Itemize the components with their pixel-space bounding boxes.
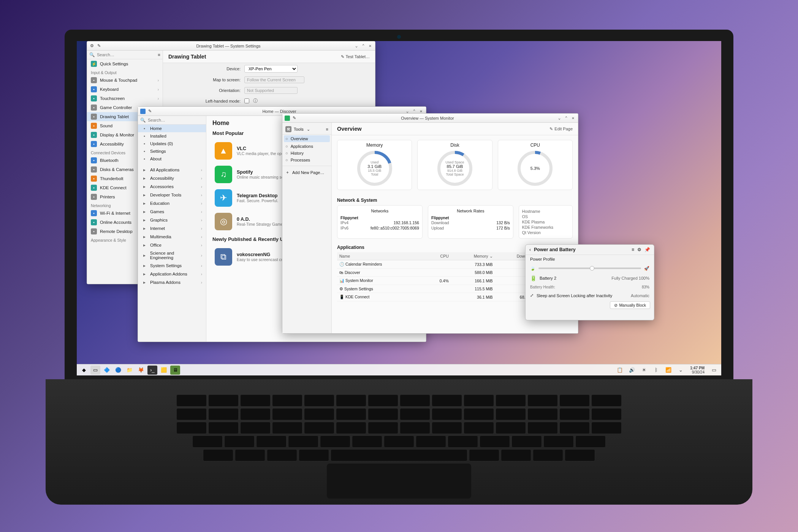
quick-settings-label: Quick Settings — [100, 62, 128, 66]
search-input[interactable] — [148, 118, 204, 122]
info-icon[interactable]: ⓘ — [253, 98, 258, 104]
monitor-nav-history[interactable]: ○History — [282, 150, 331, 157]
show-desktop-icon[interactable]: ▭ — [709, 366, 719, 375]
monitor-title: Overview — System Monitor — [298, 116, 557, 120]
tray-volume-icon[interactable]: 🔊 — [627, 366, 637, 375]
discover-sidebar: 🔍 •Home•Installed•Updates (0)•Settings•A… — [138, 116, 206, 342]
sidebar-item-mouse-touchpad[interactable]: •Mouse & Touchpad› — [87, 76, 163, 85]
category-application-addons[interactable]: ▸Application Addons› — [138, 270, 206, 278]
monitor-titlebar[interactable]: ✎ Overview — System Monitor ⌄ ⌃ ✕ — [282, 114, 578, 123]
col-cpu[interactable]: CPU — [426, 252, 451, 260]
networks-panel: Networks Flippynet IPv4192.168.1.156IPv6… — [337, 205, 423, 239]
tray-bluetooth-icon[interactable]: ᛒ — [651, 366, 661, 375]
pin-icon[interactable]: ✎ — [147, 109, 152, 114]
monitor-nav-applications[interactable]: ○Applications — [282, 143, 331, 150]
pin-icon[interactable]: 📌 — [644, 247, 650, 252]
sidebar-item-touchscreen[interactable]: •Touchscreen› — [87, 94, 163, 103]
discover-nav-installed[interactable]: •Installed — [138, 132, 206, 140]
list-icon[interactable]: ≡ — [632, 247, 634, 252]
hamburger-icon[interactable]: ≡ — [326, 127, 328, 131]
tray-clipboard-icon[interactable]: 📋 — [615, 366, 625, 375]
chevron-right-icon: › — [201, 226, 202, 231]
discover-nav-about[interactable]: •About — [138, 155, 206, 163]
category-plasma-addons[interactable]: ▸Plasma Addons› — [138, 278, 206, 287]
accessibility-icon: ▸ — [142, 176, 147, 181]
sidebar-item-label: Keyboard — [100, 87, 119, 92]
overview-heading: Overview — [337, 126, 362, 132]
accessories-icon: ▸ — [142, 184, 147, 189]
pin-icon[interactable]: ✎ — [291, 116, 297, 121]
map-select[interactable]: Follow the Current Screen — [244, 76, 304, 83]
settings-icon[interactable]: ⚙ — [637, 247, 641, 252]
category-accessibility[interactable]: ▸Accessibility› — [138, 174, 206, 182]
category-developer-tools[interactable]: ▸Developer Tools› — [138, 191, 206, 199]
cpu-gauge: CPU 5.3% — [498, 140, 573, 190]
edit-page-button[interactable]: ✎ Edit Page — [549, 127, 573, 131]
minimize-button[interactable]: ⌄ — [557, 116, 562, 121]
device-select[interactable]: XP-Pen Pen — [244, 65, 298, 73]
sidebar-item-keyboard[interactable]: •Keyboard› — [87, 85, 163, 94]
category-science-and-engineering[interactable]: ▸Science and Engineering› — [138, 249, 206, 261]
discover-nav-home[interactable]: •Home — [138, 125, 206, 132]
taskbar-app-2[interactable]: 🔵 — [113, 366, 123, 375]
kv-row: Qt Version — [522, 230, 569, 235]
system-tray: 📋 🔊 ☀ ᛒ 📶 ⌄ 1:47 PM 9/30/24 ▭ — [615, 366, 719, 375]
minimize-button[interactable]: ⌄ — [354, 43, 359, 49]
tray-brightness-icon[interactable]: ☀ — [639, 366, 649, 375]
tray-chevron-icon[interactable]: ⌄ — [676, 366, 686, 375]
discover-search[interactable]: 🔍 — [138, 116, 206, 125]
col-memory[interactable]: Memory ⌄ — [451, 252, 495, 260]
tray-network-icon[interactable]: 📶 — [663, 366, 673, 375]
settings-search[interactable]: 🔍 ≡ — [87, 51, 163, 59]
category-games[interactable]: ▸Games› — [138, 207, 206, 216]
category-accessories[interactable]: ▸Accessories› — [138, 182, 206, 191]
profile-slider[interactable] — [538, 268, 641, 269]
category-system-settings[interactable]: ▸System Settings› — [138, 261, 206, 270]
files-icon[interactable]: 📁 — [125, 366, 135, 375]
discover-nav-updates[interactable]: •Updates (0) — [138, 140, 206, 147]
taskbar-app-1[interactable]: 🔷 — [102, 366, 112, 375]
category-office[interactable]: ▸Office› — [138, 241, 206, 249]
sidebar-item-label: Wi-Fi & Internet — [100, 211, 130, 215]
trackpad — [327, 464, 471, 499]
bluetooth-icon: • — [91, 157, 97, 163]
terminal-icon[interactable]: ›_ — [147, 366, 157, 375]
close-button[interactable]: ✕ — [367, 43, 373, 49]
menu-icon[interactable]: ≡ — [158, 52, 160, 57]
settings-titlebar[interactable]: ⚙ ✎ Drawing Tablet — System Settings ⌄ ⌃… — [87, 41, 375, 51]
block-button[interactable]: ⊘ Manually Block — [610, 301, 650, 309]
add-page-button[interactable]: ＋ Add New Page… — [282, 168, 331, 176]
internet-icon: ▸ — [142, 226, 147, 231]
back-icon[interactable]: ‹ — [529, 247, 531, 252]
updates-icon: • — [142, 141, 147, 146]
tools-menu[interactable]: 🛠 Tools ⌄ ≡ — [282, 124, 331, 135]
monitor-nav-processes[interactable]: ○Processes — [282, 157, 331, 163]
close-button[interactable]: ✕ — [570, 116, 576, 121]
monitor-nav-overview[interactable]: ○Overview — [284, 135, 330, 142]
category-graphics[interactable]: ▸Graphics› — [138, 216, 206, 224]
pin-icon[interactable]: ✎ — [96, 43, 101, 49]
maximize-button[interactable]: ⌃ — [564, 116, 569, 121]
category-all-applications[interactable]: ▸All Applications› — [138, 166, 206, 174]
maximize-button[interactable]: ⌃ — [361, 43, 366, 49]
quick-settings-item[interactable]: ⚡ Quick Settings — [87, 59, 163, 68]
category-internet[interactable]: ▸Internet› — [138, 224, 206, 233]
chevron-down-icon: ⌄ — [307, 127, 310, 132]
category-multimedia[interactable]: ▸Multimedia› — [138, 233, 206, 241]
left-handed-checkbox[interactable] — [244, 98, 249, 103]
taskbar-app-3[interactable]: 🟨 — [159, 366, 169, 375]
app-launcher[interactable]: ◆ — [79, 366, 89, 375]
test-tablet-button[interactable]: ✎ Test Tablet… — [341, 54, 370, 59]
firefox-icon[interactable]: 🦊 — [136, 366, 146, 375]
task-manager-icon[interactable]: ▭ — [90, 366, 100, 375]
col-name[interactable]: Name — [337, 252, 426, 260]
sidebar-item-label: Sound — [100, 124, 112, 128]
search-input[interactable] — [97, 52, 155, 57]
apps-icon: ○ — [285, 144, 288, 149]
search-icon: 🔍 — [140, 117, 146, 123]
discover-nav-settings[interactable]: •Settings — [138, 147, 206, 155]
clock[interactable]: 1:47 PM 9/30/24 — [688, 366, 707, 374]
category-education[interactable]: ▸Education› — [138, 199, 206, 207]
app-desc: Fast. Secure. Powerful. — [237, 198, 278, 203]
taskbar-app-4[interactable]: 🖥 — [170, 366, 180, 375]
